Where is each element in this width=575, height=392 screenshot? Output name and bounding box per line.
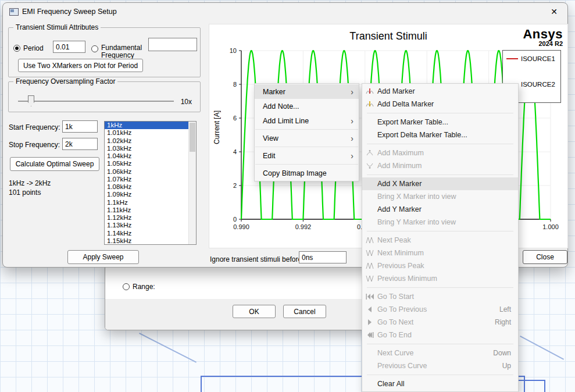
add-minimum-icon <box>362 162 377 170</box>
ignore-transient-input[interactable] <box>299 251 347 263</box>
go-to-start-icon <box>362 293 377 301</box>
svg-text:10: 10 <box>230 47 237 54</box>
list-item[interactable]: 1.05kHz <box>105 160 188 168</box>
add-maximum-icon <box>362 149 377 157</box>
menu-separator <box>367 231 513 231</box>
submenu-item-next-peak[interactable]: Next Peak <box>362 234 518 247</box>
submenu-item-previous-curve[interactable]: Previous Curve Up <box>362 359 518 372</box>
submenu-item-export-marker-table[interactable]: Export Marker Table... <box>362 116 518 129</box>
sweep-points-text: 101 points <box>9 188 41 197</box>
scrollbar-thumb[interactable] <box>190 123 195 152</box>
menu-separator <box>255 164 358 165</box>
submenu-item-bring-x-marker-into-view[interactable]: Bring X Marker into view <box>362 190 518 203</box>
radio-icon <box>123 283 130 290</box>
list-item[interactable]: 1.01kHz <box>105 129 188 137</box>
window-close-button[interactable]: ✕ <box>545 6 563 17</box>
submenu-item-go-to-previous[interactable]: Go To Previous Left <box>362 303 518 316</box>
submenu-item-add-y-marker[interactable]: Add Y Marker <box>362 203 518 216</box>
frequency-list[interactable]: 1kHz 1.01kHz 1.02kHz 1.03kHz 1.04kHz 1.0… <box>104 121 197 245</box>
submenu-item-add-x-marker[interactable]: Add X Marker <box>362 177 518 190</box>
menu-item-copy-bitmap-image[interactable]: Copy Bitmap Image <box>255 166 359 180</box>
use-two-xmarkers-button[interactable]: Use Two XMarkers on Plot for Period <box>18 59 143 72</box>
period-input[interactable] <box>53 41 85 53</box>
menu-item-edit[interactable]: Edit › <box>255 148 359 163</box>
submenu-item-clear-all[interactable]: Clear All <box>362 377 518 390</box>
submenu-item-add-marker[interactable]: Add Marker <box>362 85 518 98</box>
next-peak-icon <box>362 236 377 244</box>
fundamental-frequency-input[interactable] <box>148 38 197 51</box>
submenu-item-previous-peak[interactable]: Previous Peak <box>362 259 518 272</box>
list-item[interactable]: 1.1kHz <box>105 199 188 206</box>
list-item[interactable]: 1.02kHz <box>105 137 188 145</box>
list-item[interactable]: 1.12kHz <box>105 214 188 222</box>
submenu-item-add-maximum[interactable]: Add Maximum <box>362 147 518 159</box>
menu-separator <box>367 174 513 175</box>
submenu-item-go-to-next[interactable]: Go To Next Right <box>362 316 518 329</box>
stop-frequency-input[interactable] <box>62 138 98 150</box>
menu-item-marker[interactable]: Marker › <box>255 84 359 99</box>
list-item[interactable]: 1.09kHz <box>105 191 188 198</box>
previous-peak-icon <box>362 262 377 270</box>
oversampling-value: 10x <box>181 98 192 106</box>
start-frequency-input[interactable] <box>62 120 98 133</box>
menu-item-add-note[interactable]: Add Note... <box>255 99 359 113</box>
title-bar[interactable]: EMI Frequency Sweep Setup ✕ <box>3 3 567 20</box>
svg-text:6: 6 <box>233 115 237 122</box>
submenu-item-next-minimum[interactable]: Next Minimum <box>362 247 518 259</box>
submenu-item-next-curve[interactable]: Next Curve Down <box>362 347 518 359</box>
chart-title: Transient Stimuli <box>209 30 567 42</box>
submenu-item-add-delta-marker[interactable]: Add Delta Marker <box>362 98 518 111</box>
submenu-item-previous-minimum[interactable]: Previous Minimum <box>362 272 518 285</box>
menu-item-view[interactable]: View › <box>255 131 359 145</box>
list-item[interactable]: 1.06kHz <box>105 168 188 176</box>
menu-separator <box>367 344 513 344</box>
calculate-optimal-sweep-button[interactable]: Calculate Optimal Sweep <box>10 157 99 171</box>
previous-minimum-icon <box>362 275 377 283</box>
list-item[interactable]: 1.08kHz <box>105 183 188 191</box>
list-item[interactable]: 1.15kHz <box>105 237 188 245</box>
list-item[interactable]: 1.11kHz <box>105 206 188 214</box>
menu-separator <box>367 287 513 288</box>
marker-submenu: Add Marker Add Delta Marker Export Marke… <box>362 83 519 392</box>
period-radio[interactable]: Period <box>13 44 44 52</box>
radio-icon <box>91 45 98 52</box>
ok-button[interactable]: OK <box>233 305 276 318</box>
context-menu: Marker › Add Note... Add Limit Line › Vi… <box>254 83 359 181</box>
list-scrollbar[interactable] <box>188 122 196 244</box>
submenu-item-export-delta-marker-table[interactable]: Export Delta Marker Table... <box>362 129 518 141</box>
list-item[interactable]: 1.14kHz <box>105 230 188 237</box>
svg-text:4: 4 <box>233 148 237 155</box>
list-item[interactable]: 1.03kHz <box>105 145 188 152</box>
submenu-arrow-icon: › <box>351 134 353 143</box>
submenu-item-bring-y-marker-into-view[interactable]: Bring Y Marker into view <box>362 216 518 229</box>
submenu-item-add-minimum[interactable]: Add Minimum <box>362 159 518 172</box>
fundamental-frequency-radio[interactable]: Fundamental Frequency <box>91 44 148 59</box>
list-item[interactable]: 1kHz <box>105 122 188 129</box>
oversampling-slider[interactable] <box>16 95 176 108</box>
slider-handle[interactable] <box>28 95 34 106</box>
svg-text:0: 0 <box>233 216 237 223</box>
ignore-transient-label: Ignore transient stimuli before <box>210 254 302 265</box>
menu-separator <box>367 375 513 375</box>
legend-label: ISOURCE2 <box>521 81 555 88</box>
stop-frequency-label: Stop Frequency: <box>9 141 60 149</box>
submenu-item-go-to-end[interactable]: Go To End <box>362 329 518 341</box>
add-marker-icon <box>362 87 377 95</box>
apply-sweep-button[interactable]: Apply Sweep <box>67 250 139 264</box>
close-button[interactable]: Close <box>523 250 567 264</box>
cancel-button[interactable]: Cancel <box>283 305 326 318</box>
radio-icon <box>13 45 20 52</box>
list-item[interactable]: 1.13kHz <box>105 222 188 229</box>
menu-item-add-limit-line[interactable]: Add Limit Line › <box>255 113 359 128</box>
range-radio[interactable]: Range: <box>123 283 155 291</box>
start-frequency-label: Start Frequency: <box>9 123 60 131</box>
group-title: Frequency Oversampling Factor <box>13 77 117 85</box>
go-to-end-icon <box>362 331 377 339</box>
menu-separator <box>255 147 358 147</box>
legend-item[interactable]: ISOURCE1 <box>506 55 558 62</box>
period-label: Period <box>23 44 44 52</box>
submenu-item-go-to-start[interactable]: Go To Start <box>362 290 518 303</box>
list-item[interactable]: 1.07kHz <box>105 176 188 183</box>
frequency-list-items: 1kHz 1.01kHz 1.02kHz 1.03kHz 1.04kHz 1.0… <box>105 122 188 244</box>
list-item[interactable]: 1.04kHz <box>105 152 188 160</box>
